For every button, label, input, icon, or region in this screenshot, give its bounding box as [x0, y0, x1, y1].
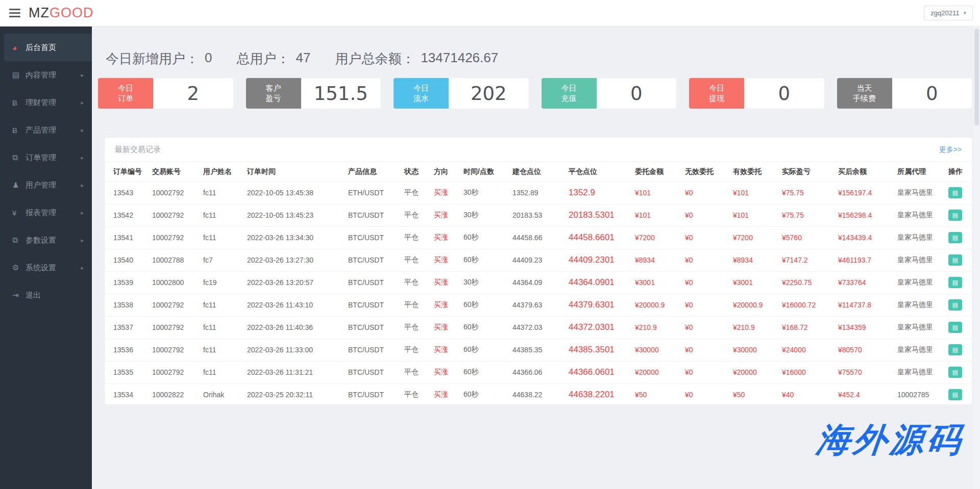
view-order-button[interactable]: ▤ [948, 210, 962, 221]
view-order-button[interactable]: ▤ [948, 322, 962, 333]
sidebar: ◕ 后台首页 ▤ 内容管理 ▸ Ƀ 理财管理 ▸ Ƀ 产品管理 ▸ ⧉ 订单管理… [0, 27, 92, 489]
table-row: 13536 10002792 fc11 2022-03-26 11:33:00 … [105, 339, 972, 361]
cell-order-id: 13541 [105, 226, 143, 249]
view-order-button[interactable]: ▤ [948, 367, 962, 378]
cell-actual-pnl: ¥24000 [773, 339, 829, 361]
sidebar-item-finance[interactable]: Ƀ 理财管理 ▸ [0, 89, 92, 116]
card-value: 151.5 [301, 78, 381, 109]
cell-product: BTC/USDT [339, 361, 396, 383]
view-order-button[interactable]: ▤ [948, 344, 962, 355]
cell-valid-amount: ¥3001 [724, 271, 773, 294]
view-order-button[interactable]: ▤ [948, 389, 962, 400]
signout-icon: ⇥ [12, 291, 26, 300]
more-link[interactable]: 更多>> [939, 145, 962, 155]
table-row: 13537 10002792 fc11 2022-03-26 11:40:36 … [105, 316, 972, 339]
cell-invalid-amount: ¥0 [676, 182, 724, 204]
cell-balance-after: ¥452.4 [829, 383, 889, 406]
cell-close-price: 44379.6301 [560, 294, 626, 316]
cell-order-id: 13537 [105, 316, 143, 339]
cell-actions: ▤ [940, 383, 972, 406]
book-icon: ▤ [12, 70, 26, 80]
cell-invalid-amount: ¥0 [676, 383, 724, 406]
cell-product: BTC/USDT [339, 316, 396, 339]
cell-actions: ▤ [940, 294, 972, 316]
scrollbar-thumb[interactable] [974, 29, 979, 125]
user-menu[interactable]: zgq20211 ▾ [924, 6, 973, 20]
files-icon: ⧉ [12, 153, 26, 162]
app-logo: MZGOOD [29, 5, 94, 21]
card-today-deposits: 今日充值 0 [542, 78, 677, 109]
cell-valid-amount: ¥20000 [724, 361, 773, 383]
stat-total-users-value: 47 [296, 50, 310, 68]
cell-order-amount: ¥3001 [626, 271, 676, 294]
cell-open-price: 44638.22 [504, 383, 560, 406]
chevron-right-icon: ▸ [81, 72, 84, 79]
chevron-right-icon: ▸ [81, 182, 84, 189]
sidebar-item-content[interactable]: ▤ 内容管理 ▸ [0, 61, 92, 89]
cell-close-price: 44385.3501 [560, 339, 626, 361]
cell-period: 60秒 [455, 249, 504, 271]
cell-status: 平仓 [396, 339, 425, 361]
cell-balance-after: ¥75570 [829, 361, 889, 383]
cell-close-price: 44364.0901 [560, 271, 626, 294]
cell-invalid-amount: ¥0 [676, 249, 724, 271]
cell-valid-amount: ¥50 [724, 383, 773, 406]
order-detail-icon: ▤ [952, 255, 958, 265]
chevron-right-icon: ▸ [81, 155, 84, 161]
sidebar-item-parameters[interactable]: ⧉ 参数设置 ▸ [0, 226, 92, 254]
cell-status: 平仓 [396, 226, 425, 249]
stat-total-balance-value: 13471426.67 [421, 50, 498, 68]
table-row: 13542 10002792 fc11 2022-10-05 13:45:23 … [105, 204, 972, 226]
view-order-button[interactable]: ▤ [948, 277, 962, 288]
column-header: 方向 [425, 162, 455, 182]
sidebar-item-home[interactable]: ◕ 后台首页 [4, 34, 92, 61]
order-detail-icon: ▤ [952, 233, 958, 243]
card-value: 0 [597, 78, 677, 109]
cell-actual-pnl: ¥16000.72 [773, 294, 829, 316]
cell-invalid-amount: ¥0 [676, 226, 724, 249]
menu-icon[interactable] [9, 9, 20, 17]
cell-username: fc19 [194, 271, 238, 294]
stat-total-balance: 用户总余额： 13471426.67 [335, 50, 498, 68]
sidebar-item-logout[interactable]: ⇥ 退出 [0, 281, 92, 309]
cell-actions: ▤ [940, 271, 972, 294]
sidebar-item-reports[interactable]: ¥ 报表管理 ▸ [0, 199, 92, 226]
cell-actions: ▤ [940, 339, 972, 361]
cell-status: 平仓 [396, 182, 425, 204]
order-detail-icon: ▤ [952, 210, 958, 220]
cell-order-amount: ¥101 [626, 204, 676, 226]
column-header: 有效委托 [724, 162, 773, 182]
cell-direction: 买涨 [425, 271, 455, 294]
sidebar-item-system-settings[interactable]: ⚙ 系统设置 ▸ [0, 254, 92, 281]
column-header: 操作 [940, 162, 972, 182]
cell-close-price: 44372.0301 [560, 316, 626, 339]
cell-actual-pnl: ¥2250.75 [773, 271, 829, 294]
cell-order-amount: ¥20000 [626, 361, 676, 383]
card-today-orders: 今日订单 2 [98, 78, 233, 109]
cell-order-amount: ¥50 [626, 383, 676, 406]
cell-actual-pnl: ¥40 [773, 383, 829, 406]
cell-account: 10002792 [143, 182, 194, 204]
cell-order-amount: ¥7200 [626, 226, 676, 249]
cell-actual-pnl: ¥16000 [773, 361, 829, 383]
chevron-right-icon: ▸ [81, 237, 84, 244]
cell-order-time: 2022-03-26 11:31:21 [238, 361, 339, 383]
view-order-button[interactable]: ▤ [948, 299, 962, 311]
view-order-button[interactable]: ▤ [948, 187, 962, 198]
top-bar: MZGOOD zgq20211 ▾ [0, 0, 980, 27]
view-order-button[interactable]: ▤ [948, 232, 962, 243]
cell-order-amount: ¥30000 [626, 339, 676, 361]
sidebar-item-products[interactable]: Ƀ 产品管理 ▸ [0, 116, 92, 144]
card-customer-pnl: 客户盈亏 151.5 [246, 78, 381, 109]
cell-period: 30秒 [455, 182, 504, 204]
sidebar-item-orders[interactable]: ⧉ 订单管理 ▸ [0, 144, 92, 171]
view-order-button[interactable]: ▤ [948, 254, 962, 266]
cell-valid-amount: ¥20000.9 [724, 294, 773, 316]
cell-balance-after: ¥733764 [829, 271, 889, 294]
vertical-scrollbar[interactable] [973, 27, 980, 489]
cell-invalid-amount: ¥0 [676, 339, 724, 361]
latest-trades-panel: 最新交易记录 更多>> 订单编号 交易账号 用户姓名 订单时间 产品信息 状态 [105, 138, 972, 404]
cell-period: 60秒 [455, 361, 504, 383]
cell-actual-pnl: ¥168.72 [773, 316, 829, 339]
sidebar-item-users[interactable]: ♟ 用户管理 ▸ [0, 171, 92, 199]
